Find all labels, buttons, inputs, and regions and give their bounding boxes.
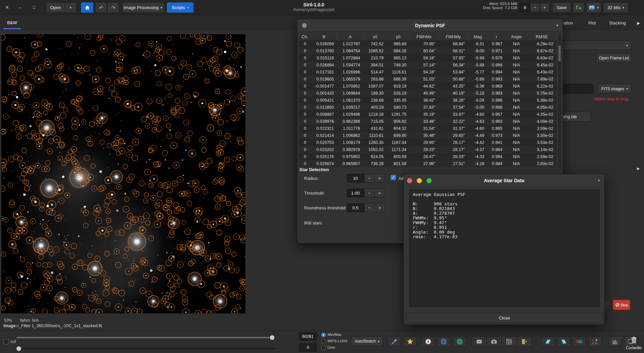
psf-column-header[interactable]: Ch. <box>299 34 311 40</box>
exit-door-button[interactable] <box>517 336 532 347</box>
scripts-button[interactable]: Scripts ▾ <box>167 2 194 13</box>
lo-slider-handle[interactable] <box>16 346 21 351</box>
open-frame-list-button[interactable]: Open Frame List <box>596 53 632 63</box>
panel-expand-chevron-icon[interactable]: ▶ <box>637 166 640 171</box>
negative-view-button[interactable] <box>472 336 487 347</box>
window-close-icon[interactable]: ✕ <box>5 5 9 10</box>
rgb-align-button[interactable]: RGB <box>573 336 586 347</box>
psf-table-row[interactable]: 00.0256740.965657736.26801.5827.96"27.51… <box>299 160 557 167</box>
psf-table-row[interactable]: 00.0171811.026996514.471116.8154.16"53.8… <box>299 68 557 75</box>
autostretch-dropdown[interactable]: AutoStretch ▾ <box>351 336 383 346</box>
roundness-input[interactable]: 0.5 <box>347 203 364 212</box>
radius-minus-button[interactable]: − <box>364 174 375 183</box>
psf-table-row[interactable]: 00.0214141.0068621110.61699.9030.46"29.6… <box>299 132 557 139</box>
export-button[interactable] <box>573 2 584 13</box>
maximize-traffic-light-icon[interactable] <box>427 178 432 183</box>
shear-right-button[interactable] <box>557 336 571 347</box>
threads-plus-button[interactable]: + <box>540 3 549 12</box>
rgb-star-button[interactable]: RBG <box>588 336 602 347</box>
user-radio[interactable] <box>321 345 326 350</box>
average-titlebar[interactable]: Average Star Data ▾ <box>404 174 604 187</box>
adjust-checkbox[interactable]: ✓ <box>391 175 396 180</box>
psf-table-row[interactable]: 0-0.0014771.0708521087.07919.1944.62"43.… <box>299 83 557 90</box>
snapshot-dropdown-button[interactable]: ▾ <box>586 2 601 13</box>
snapshot-camera-button[interactable] <box>487 336 502 347</box>
psf-column-header[interactable]: FWHMx <box>410 34 439 40</box>
open-dropdown-button[interactable]: ▾ <box>65 2 77 13</box>
lo-value-input[interactable]: 0 <box>299 343 317 352</box>
histogram-button[interactable] <box>608 336 622 347</box>
psf-table-row[interactable]: 00.0054211.081370238.68335.3538.42"38.26… <box>299 97 557 104</box>
compass-button[interactable] <box>422 336 435 347</box>
psf-table-row[interactable]: 00.0014201.069644189.30828.1940.49"40.19… <box>299 90 557 97</box>
grid-button[interactable] <box>502 336 517 347</box>
psf-table-row[interactable]: 00.0232020.9829781052.021171.3429.23"28.… <box>299 146 557 153</box>
psf-table-row[interactable]: 00.0207531.0081791260.351167.0429.95"28.… <box>299 139 557 146</box>
tab-stacking[interactable]: Stacking <box>609 20 626 26</box>
window-minimize-icon[interactable]: – <box>19 5 21 10</box>
close-traffic-light-icon[interactable] <box>407 178 412 183</box>
tab-bw[interactable]: B&W <box>3 17 21 28</box>
lo-slider[interactable] <box>16 348 275 349</box>
psf-column-header[interactable]: y0 <box>387 34 410 40</box>
tabs-overflow-chevron-icon[interactable]: ▶ <box>637 21 640 26</box>
threshold-minus-button[interactable]: − <box>364 189 375 197</box>
trash-desktop-icon[interactable]: Corbeille <box>624 336 644 350</box>
photometry-star-button[interactable] <box>403 336 417 347</box>
hi-slider[interactable] <box>16 337 275 338</box>
psf-table-scrollbar[interactable] <box>558 34 561 168</box>
undo-button[interactable]: ↶ <box>95 2 107 13</box>
psf-table-row[interactable]: 00.0151181.072884210.79985.1359.16"57.93… <box>299 54 557 61</box>
open-button[interactable]: Open <box>46 2 65 13</box>
stop-button[interactable]: Stop <box>613 300 630 310</box>
psf-table-row[interactable]: 00.0128501.039217403.29580.7337.63"37.54… <box>299 104 557 111</box>
shear-left-button[interactable] <box>541 336 555 347</box>
home-button[interactable] <box>81 2 93 13</box>
psf-table-row[interactable]: 00.0251760.975852624.05600.5928.47"28.03… <box>299 153 557 160</box>
magic-wand-button[interactable] <box>388 336 401 347</box>
hi-value-input[interactable]: 60261 <box>299 332 317 341</box>
minimize-traffic-light-icon[interactable] <box>417 178 422 183</box>
window-restore-icon[interactable]: ◻ <box>33 5 36 9</box>
psf-column-header[interactable]: r <box>488 34 506 40</box>
psf-table-row[interactable]: 00.0260591.022787742.52965.6970.95"68.64… <box>299 40 557 47</box>
psf-column-header[interactable]: FWHMy <box>439 34 468 40</box>
psf-table-row[interactable]: 00.0268941.034774394.51748.3057.14"56.34… <box>299 61 557 68</box>
psf-column-header[interactable]: x0 <box>363 34 387 40</box>
psf-table-row[interactable]: 00.0088871.0294961218.161291.7535.19"33.… <box>299 111 557 118</box>
minmax-radio[interactable] <box>321 333 326 337</box>
threshold-plus-button[interactable]: + <box>375 189 385 197</box>
image-processing-button[interactable]: Image Processing ▾ <box>122 2 164 13</box>
save-button[interactable]: Save <box>552 2 571 13</box>
roundness-plus-button[interactable]: + <box>375 203 385 212</box>
dialog-menu-caret-icon[interactable]: ▾ <box>556 23 558 27</box>
redo-button[interactable]: ↷ <box>107 2 119 13</box>
threshold-input[interactable]: 1.00 <box>347 189 364 197</box>
dialog-menu-caret-icon[interactable]: ▾ <box>598 179 600 182</box>
window-dot-icon[interactable] <box>302 23 307 28</box>
fits-images-dropdown[interactable]: FITS images ▾ <box>598 84 632 94</box>
psf-table-row[interactable]: 00.0399760.962386715.05956.9233.46"32.22… <box>299 118 557 125</box>
tab-plot[interactable]: Plot <box>588 20 596 26</box>
psf-column-header[interactable]: A <box>337 34 363 40</box>
cut-checkbox[interactable] <box>3 339 9 344</box>
scrollbar-thumb[interactable] <box>558 45 561 61</box>
psf-table-row[interactable]: 00.0137801.0647541085.52994.2660.04"58.3… <box>299 47 557 54</box>
radius-plus-button[interactable]: + <box>375 174 385 183</box>
psf-column-header[interactable]: Angle <box>506 34 527 40</box>
psf-table-row[interactable]: 00.0223211.011776431.61604.3231.54"31.37… <box>299 125 557 132</box>
psf-column-header[interactable]: B <box>311 34 337 40</box>
psf-table-row[interactable]: 00.0196051.065579263.86666.3951.03"50.68… <box>299 75 557 83</box>
starfield-canvas[interactable] <box>1 34 245 313</box>
bit-depth-dropdown[interactable]: 32 bits ▾ <box>603 2 629 13</box>
roundness-minus-button[interactable]: − <box>364 203 375 212</box>
radius-input[interactable]: 10 <box>347 174 364 183</box>
target-button[interactable] <box>453 336 466 347</box>
psf-column-header[interactable]: Mag <box>468 34 488 40</box>
threads-minus-button[interactable]: − <box>530 3 540 12</box>
hi-slider-handle[interactable] <box>269 335 275 340</box>
threads-input[interactable]: 8 <box>520 3 530 12</box>
globe-button[interactable] <box>437 336 450 347</box>
mips-lohi-radio[interactable] <box>321 339 326 344</box>
dynamic-psf-titlebar[interactable]: Dynamic PSF ▾ <box>297 19 563 32</box>
